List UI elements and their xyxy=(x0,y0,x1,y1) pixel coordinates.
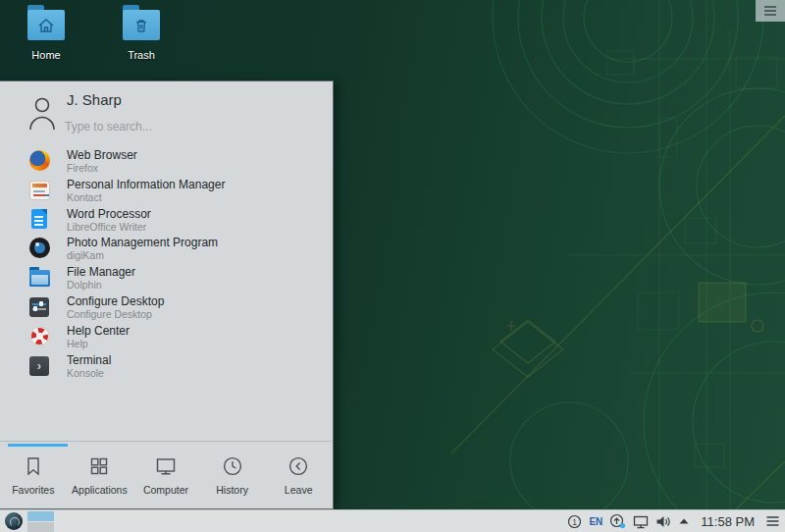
desktop-icon-home[interactable]: Home xyxy=(15,10,78,61)
tab-label: Applications xyxy=(72,484,128,496)
app-title: Personal Information Manager xyxy=(67,178,225,191)
panel-menu-icon[interactable] xyxy=(765,515,780,527)
user-avatar[interactable] xyxy=(27,95,57,136)
desktop: Home Trash J. Sharp xyxy=(0,0,785,532)
desktop-toolbox-button[interactable] xyxy=(756,0,785,22)
volume-icon[interactable] xyxy=(655,514,671,529)
app-title: Configure Desktop xyxy=(67,294,164,308)
desktop-icon-label: Trash xyxy=(110,49,173,61)
kontact-icon xyxy=(29,181,50,200)
taskbar-panel: 1 EN 11:58 PM xyxy=(0,509,785,532)
leave-icon xyxy=(287,454,310,478)
tab-label: History xyxy=(216,484,248,496)
tab-label: Leave xyxy=(285,484,313,496)
trash-icon xyxy=(131,16,151,35)
keyboard-layout-indicator[interactable]: EN xyxy=(589,516,602,527)
search-input[interactable] xyxy=(65,117,310,136)
desktop-icon-trash[interactable]: Trash xyxy=(110,10,173,61)
app-item-help-center[interactable]: Help Center Help xyxy=(0,322,334,351)
app-item-pim[interactable]: Personal Information Manager Kontact xyxy=(0,176,334,205)
app-title: File Manager xyxy=(67,265,135,279)
settings-icon xyxy=(29,297,49,317)
app-item-photo-management[interactable]: Photo Management Program digiKam xyxy=(0,234,334,263)
app-item-file-manager[interactable]: File Manager Dolphin xyxy=(0,263,334,293)
app-subtitle: Configure Desktop xyxy=(67,308,152,320)
app-subtitle: Firefox xyxy=(67,162,98,174)
application-launcher-popup: J. Sharp Web Browser Firefox Personal In… xyxy=(0,80,334,509)
app-title: Photo Management Program xyxy=(67,236,218,249)
firefox-icon xyxy=(29,150,50,171)
digikam-icon xyxy=(29,238,50,258)
desktop-icon-label: Home xyxy=(15,49,78,61)
tab-history[interactable]: History xyxy=(199,442,266,508)
app-title: Word Processor xyxy=(67,207,151,221)
app-subtitle: Konsole xyxy=(67,367,104,379)
pager-desktop-2[interactable] xyxy=(27,522,54,532)
hamburger-icon xyxy=(762,5,778,17)
software-updates-icon[interactable] xyxy=(609,513,626,529)
app-item-word-processor[interactable]: Word Processor LibreOffice Writer xyxy=(0,205,334,235)
tab-applications[interactable]: Applications xyxy=(67,442,133,508)
app-title: Web Browser xyxy=(67,148,137,162)
help-icon xyxy=(29,326,50,346)
clock-icon xyxy=(221,454,244,478)
tray-expander-icon[interactable] xyxy=(678,516,690,526)
launcher-header: J. Sharp xyxy=(0,81,333,146)
notifications-icon[interactable]: 1 xyxy=(567,514,582,529)
user-icon xyxy=(27,95,57,133)
home-icon xyxy=(36,16,56,35)
launcher-tabbar: Favorites Applications Computer xyxy=(0,441,332,508)
wallpaper-blueprint-art xyxy=(314,0,785,509)
tab-label: Computer xyxy=(143,484,188,496)
app-subtitle: Dolphin xyxy=(67,279,102,291)
tab-computer[interactable]: Computer xyxy=(132,442,199,508)
app-item-web-browser[interactable]: Web Browser Firefox xyxy=(0,146,334,176)
app-title: Terminal xyxy=(67,353,111,367)
virtual-desktop-pager[interactable] xyxy=(27,511,54,532)
svg-text:1: 1 xyxy=(573,516,578,526)
digital-clock[interactable]: 11:58 PM xyxy=(701,514,755,529)
terminal-icon: › xyxy=(29,356,49,376)
network-icon[interactable] xyxy=(633,514,649,529)
app-subtitle: Help xyxy=(67,338,88,349)
app-item-terminal[interactable]: › Terminal Konsole xyxy=(0,351,334,381)
tab-leave[interactable]: Leave xyxy=(265,442,332,508)
application-launcher-button[interactable] xyxy=(5,512,23,530)
pager-desktop-1-active[interactable] xyxy=(27,511,54,521)
app-subtitle: Kontact xyxy=(67,191,102,203)
dolphin-icon xyxy=(29,270,50,287)
app-title: Help Center xyxy=(67,324,130,338)
app-subtitle: digiKam xyxy=(67,249,104,261)
bookmark-icon xyxy=(22,454,45,478)
writer-icon xyxy=(31,209,47,229)
monitor-icon xyxy=(154,454,178,478)
app-subtitle: LibreOffice Writer xyxy=(67,221,146,233)
user-name: J. Sharp xyxy=(67,91,122,108)
grid-icon xyxy=(87,454,111,478)
active-tab-indicator xyxy=(8,444,68,447)
tab-favorites[interactable]: Favorites xyxy=(0,442,67,508)
favorites-list: Web Browser Firefox Personal Information… xyxy=(0,146,334,380)
tab-label: Favorites xyxy=(12,484,54,496)
system-tray: 1 EN 11:58 PM xyxy=(567,513,780,529)
app-item-configure-desktop[interactable]: Configure Desktop Configure Desktop xyxy=(0,293,334,322)
